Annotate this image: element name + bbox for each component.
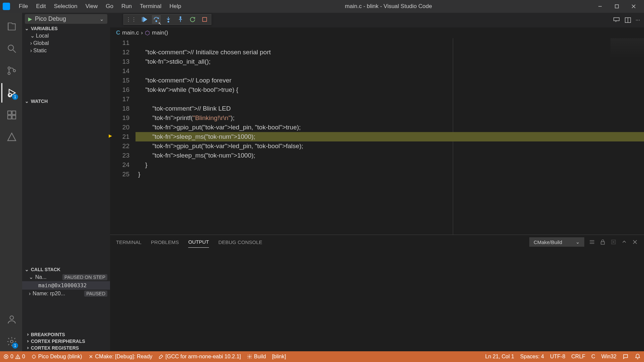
svg-marker-19 — [144, 17, 147, 21]
svg-marker-15 — [8, 133, 16, 141]
section-breakpoints[interactable]: ⌄ BREAKPOINTS — [22, 331, 110, 338]
filter-icon[interactable] — [589, 239, 595, 245]
activity-extensions[interactable] — [1, 105, 22, 125]
stop-button[interactable] — [200, 15, 209, 24]
activity-cmake[interactable] — [1, 127, 22, 147]
activity-explorer[interactable] — [1, 17, 22, 36]
menu-edit[interactable]: Edit — [33, 2, 49, 11]
breadcrumb[interactable]: C main.c › ⬡ main() — [110, 27, 644, 38]
code-line[interactable]: "tok-comment">// Initialize chosen seria… — [136, 48, 644, 57]
menu-terminal[interactable]: Terminal — [137, 2, 165, 11]
maximize-button[interactable] — [609, 0, 625, 13]
status-errors[interactable]: 0 0 — [3, 354, 25, 360]
panel-tab-output[interactable]: OUTPUT — [188, 236, 209, 248]
activity-search[interactable] — [1, 39, 22, 58]
restart-button[interactable] — [188, 15, 197, 24]
lock-scroll-icon[interactable] — [600, 239, 606, 245]
toggle-word-wrap-icon[interactable] — [613, 16, 620, 24]
status-spaces[interactable]: Spaces: 4 — [520, 354, 544, 360]
code-line[interactable]: "tok-fn">stdio_init_all(); — [136, 57, 644, 66]
status-build[interactable]: Build — [247, 354, 266, 360]
section-cortex-registers[interactable]: ⌄ CORTEX REGISTERS — [22, 345, 110, 351]
more-actions-icon[interactable]: ··· — [636, 17, 640, 23]
callstack-frame-0[interactable]: main@0x10000332 — [22, 281, 110, 290]
panel-tab-problems[interactable]: PROBLEMS — [151, 237, 179, 248]
start-debug-icon[interactable]: ▶ — [28, 16, 32, 22]
svg-point-24 — [180, 17, 181, 18]
variables-scope-static[interactable]: ›Static — [22, 47, 110, 54]
variables-scope-local[interactable]: ⌄Local — [22, 32, 110, 40]
code-line[interactable]: "tok-kw">while ("tok-bool">true) { — [136, 85, 644, 95]
drag-handle-icon[interactable]: ⋮⋮ — [126, 16, 137, 23]
chevron-right-icon: › — [141, 29, 143, 36]
chevron-down-icon: ⌄ — [25, 99, 29, 104]
status-lang[interactable]: C — [591, 354, 595, 360]
status-notifications-icon[interactable] — [635, 354, 641, 360]
breadcrumb-file[interactable]: main.c — [122, 29, 139, 36]
code-line[interactable]: "tok-fn">gpio_put("tok-var">led_pin, "to… — [136, 141, 644, 151]
code-line[interactable]: "tok-fn">sleep_ms("tok-num">1000); — [136, 151, 644, 160]
code-line[interactable]: } — [136, 170, 644, 179]
svg-marker-29 — [109, 134, 112, 137]
menu-file[interactable]: File — [15, 2, 31, 11]
status-cursor[interactable]: Ln 21, Col 1 — [485, 354, 514, 360]
step-over-button[interactable]: ↖ — [152, 15, 161, 24]
section-variables[interactable]: ⌄ VARIABLES — [22, 25, 110, 32]
section-cortex-peripherals[interactable]: ⌄ CORTEX PERIPHERALS — [22, 338, 110, 345]
minimize-button[interactable] — [592, 0, 608, 13]
svg-point-4 — [8, 45, 13, 50]
code-line[interactable] — [136, 38, 644, 48]
breadcrumb-symbol[interactable]: main() — [152, 29, 168, 36]
activity-source-control[interactable] — [1, 61, 22, 80]
svg-rect-1 — [615, 5, 619, 8]
maximize-panel-icon[interactable] — [621, 239, 627, 245]
code-line[interactable] — [136, 95, 644, 104]
status-feedback-icon[interactable] — [623, 354, 629, 360]
callstack-thread-0[interactable]: ⌄ Na... PAUSED ON STEP — [22, 273, 110, 281]
menu-run[interactable]: Run — [118, 2, 135, 11]
menu-help[interactable]: Help — [166, 2, 184, 11]
output-channel-select[interactable]: CMake/Build ⌄ — [529, 237, 584, 247]
close-button[interactable] — [626, 0, 641, 13]
status-debug-config[interactable]: Pico Debug (blink) — [31, 354, 82, 360]
clear-output-icon[interactable] — [610, 239, 616, 245]
menu-view[interactable]: View — [82, 2, 101, 11]
menu-selection[interactable]: Selection — [51, 2, 81, 11]
code-line[interactable] — [136, 66, 644, 76]
step-out-button[interactable] — [176, 15, 185, 24]
panel-tab-debug-console[interactable]: DEBUG CONSOLE — [218, 237, 262, 248]
svg-point-49 — [249, 356, 250, 357]
step-into-button[interactable] — [164, 15, 173, 24]
callstack-thread-1[interactable]: › Name: rp20... PAUSED — [22, 290, 110, 298]
code-line[interactable]: "tok-fn">gpio_put("tok-var">led_pin, "to… — [136, 123, 644, 132]
code-line[interactable]: } — [136, 160, 644, 170]
status-eol[interactable]: CRLF — [571, 354, 585, 360]
status-cmake[interactable]: CMake: [Debug]: Ready — [88, 354, 153, 360]
panel-tab-terminal[interactable]: TERMINAL — [116, 237, 142, 248]
svg-point-6 — [8, 67, 10, 69]
close-panel-icon[interactable] — [632, 239, 638, 245]
section-watch[interactable]: ⌄ WATCH — [22, 98, 110, 105]
code-line[interactable]: "tok-comment">// Blink LED — [136, 104, 644, 113]
status-platform[interactable]: Win32 — [601, 354, 616, 360]
debug-config-selector[interactable]: ▶ Pico Debug ⌄ — [25, 14, 107, 24]
debug-toolbar[interactable]: ⋮⋮ ↖ — [123, 14, 211, 25]
code-line[interactable]: "tok-fn">sleep_ms("tok-num">1000); — [136, 132, 644, 141]
chevron-right-icon: ⌄ — [24, 346, 30, 350]
activity-run-debug[interactable]: 1 — [1, 83, 22, 103]
status-encoding[interactable]: UTF-8 — [550, 354, 565, 360]
split-editor-icon[interactable] — [624, 16, 632, 24]
svg-point-17 — [10, 340, 13, 343]
menu-go[interactable]: Go — [102, 2, 117, 11]
continue-button[interactable] — [140, 15, 149, 24]
status-target[interactable]: [blink] — [272, 354, 286, 360]
variables-scope-global[interactable]: ›Global — [22, 40, 110, 47]
chevron-down-icon[interactable]: ⌄ — [100, 16, 104, 22]
code-line[interactable]: "tok-fn">printf("Blinking!\r\n"); — [136, 113, 644, 123]
activity-settings[interactable]: 1 — [1, 332, 22, 351]
activity-account[interactable] — [1, 310, 22, 329]
code-editor[interactable]: 111213141516171819202122232425 "tok-comm… — [110, 38, 644, 235]
status-kit[interactable]: [GCC for arm-none-eabi 10.2.1] — [158, 354, 241, 360]
code-line[interactable]: "tok-comment">// Loop forever — [136, 76, 644, 85]
section-callstack[interactable]: ⌄ CALL STACK — [22, 266, 110, 273]
